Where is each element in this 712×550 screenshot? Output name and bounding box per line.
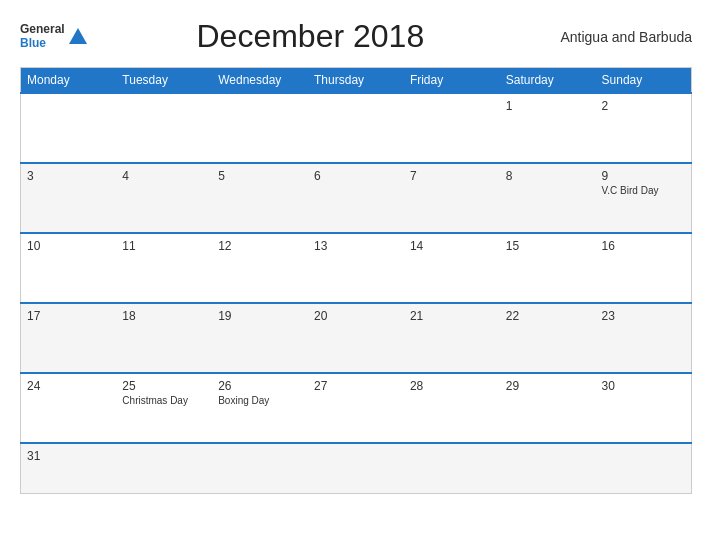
- day-header-monday: Monday: [21, 68, 117, 94]
- day-number: 15: [506, 239, 590, 253]
- calendar-cell: [308, 93, 404, 163]
- day-number: 3: [27, 169, 110, 183]
- day-number: 28: [410, 379, 494, 393]
- day-number: 25: [122, 379, 206, 393]
- day-number: 6: [314, 169, 398, 183]
- header: General Blue December 2018 Antigua and B…: [20, 18, 692, 55]
- day-number: 7: [410, 169, 494, 183]
- calendar-header-row: MondayTuesdayWednesdayThursdayFridaySatu…: [21, 68, 692, 94]
- calendar-cell: 14: [404, 233, 500, 303]
- calendar-cell: [596, 443, 692, 493]
- calendar-week-row: 2425Christmas Day26Boxing Day27282930: [21, 373, 692, 443]
- calendar-cell: 11: [116, 233, 212, 303]
- calendar-cell: 13: [308, 233, 404, 303]
- page: General Blue December 2018 Antigua and B…: [0, 0, 712, 550]
- calendar-cell: 25Christmas Day: [116, 373, 212, 443]
- calendar-cell: [404, 443, 500, 493]
- day-number: 20: [314, 309, 398, 323]
- calendar-cell: [308, 443, 404, 493]
- day-number: 1: [506, 99, 590, 113]
- day-header-tuesday: Tuesday: [116, 68, 212, 94]
- day-number: 21: [410, 309, 494, 323]
- day-header-wednesday: Wednesday: [212, 68, 308, 94]
- calendar-cell: 23: [596, 303, 692, 373]
- calendar-cell: [116, 93, 212, 163]
- calendar-cell: 1: [500, 93, 596, 163]
- svg-marker-0: [69, 28, 87, 44]
- calendar-cell: 29: [500, 373, 596, 443]
- calendar-cell: [21, 93, 117, 163]
- holiday-label: V.C Bird Day: [602, 185, 685, 196]
- calendar-cell: 17: [21, 303, 117, 373]
- calendar-cell: [212, 443, 308, 493]
- calendar-week-row: 31: [21, 443, 692, 493]
- day-number: 5: [218, 169, 302, 183]
- calendar-cell: 27: [308, 373, 404, 443]
- calendar-cell: 15: [500, 233, 596, 303]
- day-number: 12: [218, 239, 302, 253]
- calendar-cell: 7: [404, 163, 500, 233]
- country-name: Antigua and Barbuda: [532, 29, 692, 45]
- calendar-table: MondayTuesdayWednesdayThursdayFridaySatu…: [20, 67, 692, 494]
- logo-icon: [67, 26, 89, 48]
- day-number: 23: [602, 309, 685, 323]
- day-number: 13: [314, 239, 398, 253]
- calendar-week-row: 17181920212223: [21, 303, 692, 373]
- calendar-cell: 28: [404, 373, 500, 443]
- day-header-sunday: Sunday: [596, 68, 692, 94]
- calendar-cell: 8: [500, 163, 596, 233]
- day-number: 2: [602, 99, 685, 113]
- day-number: 22: [506, 309, 590, 323]
- calendar-cell: 21: [404, 303, 500, 373]
- calendar-week-row: 10111213141516: [21, 233, 692, 303]
- calendar-cell: 2: [596, 93, 692, 163]
- calendar-week-row: 3456789V.C Bird Day: [21, 163, 692, 233]
- calendar-cell: [404, 93, 500, 163]
- day-header-friday: Friday: [404, 68, 500, 94]
- logo-general-text: General: [20, 23, 65, 36]
- day-number: 19: [218, 309, 302, 323]
- day-number: 8: [506, 169, 590, 183]
- day-number: 14: [410, 239, 494, 253]
- calendar-cell: 6: [308, 163, 404, 233]
- calendar-week-row: 12: [21, 93, 692, 163]
- calendar-cell: 20: [308, 303, 404, 373]
- holiday-label: Christmas Day: [122, 395, 206, 406]
- logo-blue-text: Blue: [20, 37, 65, 50]
- day-number: 17: [27, 309, 110, 323]
- day-number: 10: [27, 239, 110, 253]
- day-number: 24: [27, 379, 110, 393]
- day-number: 30: [602, 379, 685, 393]
- calendar-cell: 3: [21, 163, 117, 233]
- calendar-cell: 30: [596, 373, 692, 443]
- day-header-thursday: Thursday: [308, 68, 404, 94]
- calendar-cell: 26Boxing Day: [212, 373, 308, 443]
- calendar-cell: [116, 443, 212, 493]
- calendar-cell: 12: [212, 233, 308, 303]
- day-number: 9: [602, 169, 685, 183]
- calendar-cell: 31: [21, 443, 117, 493]
- day-number: 29: [506, 379, 590, 393]
- logo: General Blue: [20, 23, 89, 49]
- day-number: 4: [122, 169, 206, 183]
- calendar-cell: 18: [116, 303, 212, 373]
- day-number: 16: [602, 239, 685, 253]
- calendar-cell: 4: [116, 163, 212, 233]
- calendar-cell: 10: [21, 233, 117, 303]
- calendar-cell: 9V.C Bird Day: [596, 163, 692, 233]
- day-number: 27: [314, 379, 398, 393]
- calendar-cell: 24: [21, 373, 117, 443]
- calendar-cell: 19: [212, 303, 308, 373]
- day-header-saturday: Saturday: [500, 68, 596, 94]
- calendar-cell: [500, 443, 596, 493]
- day-number: 18: [122, 309, 206, 323]
- holiday-label: Boxing Day: [218, 395, 302, 406]
- calendar-cell: 22: [500, 303, 596, 373]
- calendar-cell: 16: [596, 233, 692, 303]
- day-number: 31: [27, 449, 110, 463]
- calendar-cell: 5: [212, 163, 308, 233]
- day-number: 26: [218, 379, 302, 393]
- calendar-title: December 2018: [89, 18, 532, 55]
- day-number: 11: [122, 239, 206, 253]
- calendar-cell: [212, 93, 308, 163]
